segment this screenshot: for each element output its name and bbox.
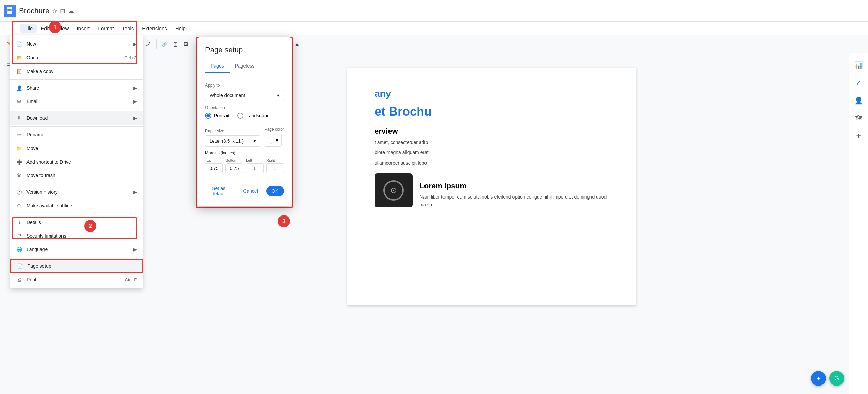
menu-item-make-copy[interactable]: 📋 Make a copy — [10, 64, 143, 78]
cloud-icon[interactable]: ☁ — [68, 7, 74, 15]
menu-file[interactable]: File — [20, 24, 37, 33]
apply-to-label: Apply to — [205, 83, 284, 88]
image-button[interactable]: 🖼 — [181, 40, 191, 48]
email-label: Email — [26, 99, 129, 104]
menu-edit[interactable]: Edit — [37, 24, 54, 33]
menu-item-details[interactable]: ℹ Details — [10, 215, 143, 229]
paper-size-chevron: ▾ — [254, 138, 256, 144]
right-input[interactable] — [266, 163, 284, 173]
set-default-button[interactable]: Set as default — [205, 183, 232, 199]
modal-body: Apply to Whole document ▾ Orientation Po… — [197, 73, 292, 179]
bottom-input[interactable] — [225, 163, 243, 173]
version-arrow: ▶ — [133, 189, 137, 195]
tab-pageless[interactable]: Pageless — [230, 60, 260, 73]
landscape-label: Landscape — [246, 113, 270, 118]
share-arrow: ▶ — [133, 85, 137, 91]
sheets-sidebar-icon[interactable]: 📊 — [852, 58, 866, 72]
svg-rect-2 — [7, 9, 12, 10]
menu-tools[interactable]: Tools — [118, 24, 138, 33]
share-icon: 👤 — [16, 85, 22, 91]
trash-icon: 🗑 — [16, 172, 22, 179]
contacts-sidebar-icon[interactable]: 👤 — [852, 94, 866, 107]
topbar: Brochure ☆ ⊟ ☁ — [0, 0, 868, 22]
lorem-title: Lorem ipsum — [419, 182, 609, 190]
tasks-sidebar-icon[interactable]: ✓ — [852, 76, 866, 90]
insert-buttons: 🔗 ∑ 🖼 — [159, 40, 191, 48]
menu-item-open[interactable]: 📂 Open Ctrl+O — [10, 51, 143, 64]
menu-insert[interactable]: Insert — [73, 24, 94, 33]
page-setup-icon: 📄 — [16, 263, 23, 269]
move-label: Move — [26, 146, 137, 151]
menu-item-move[interactable]: 📁 Move — [10, 142, 143, 155]
ok-button[interactable]: OK — [266, 186, 284, 196]
document-page[interactable]: any et Brochu erview t amet, consectetue… — [347, 68, 636, 305]
menu-item-share[interactable]: 👤 Share ▶ — [10, 81, 143, 95]
divider-5 — [10, 214, 143, 214]
star-icon[interactable]: ☆ — [52, 7, 57, 15]
apply-to-select[interactable]: Whole document ▾ — [205, 90, 284, 101]
docs-logo — [4, 5, 16, 17]
divider-4 — [10, 184, 143, 184]
paper-color-row: Paper size Letter (8.5" x 11") ▾ Page co… — [205, 123, 284, 147]
add-sidebar-icon[interactable]: + — [852, 129, 866, 143]
menu-item-download[interactable]: ⬇ Download ▶ — [10, 111, 143, 125]
paper-size-select[interactable]: Letter (8.5" x 11") ▾ — [205, 135, 260, 147]
menu-item-new[interactable]: 📄 New ▶ — [10, 37, 143, 51]
divider-1 — [10, 79, 143, 80]
landscape-radio[interactable] — [237, 113, 243, 119]
menu-item-add-shortcut[interactable]: ➕ Add shortcut to Drive — [10, 155, 143, 169]
doc-body3: ullamcorper suscipit lobo — [375, 159, 609, 167]
apply-to-value: Whole document — [210, 93, 245, 98]
version-history-label: Version history — [26, 189, 129, 195]
menu-item-security[interactable]: 🛡 Security limitations — [10, 229, 143, 243]
right-margin-field: Right — [266, 158, 284, 173]
left-input[interactable] — [246, 163, 264, 173]
link-button[interactable]: 🔗 — [159, 40, 170, 48]
tab-pages[interactable]: Pages — [205, 60, 230, 73]
document-title[interactable]: Brochure — [19, 6, 49, 15]
menu-item-version-history[interactable]: 🕐 Version history ▶ — [10, 185, 143, 199]
menu-item-email[interactable]: ✉ Email ▶ — [10, 95, 143, 108]
offline-label: Make available offline — [26, 203, 137, 208]
menu-view[interactable]: View — [54, 24, 73, 33]
grammarly-icon: G — [834, 375, 839, 382]
new-arrow: ▶ — [133, 41, 137, 47]
menu-item-rename[interactable]: ✏ Rename — [10, 128, 143, 142]
lorem-body: Nam liber tempor cum soluta nobis eleife… — [419, 193, 609, 208]
menu-item-language[interactable]: 🌐 Language ▶ — [10, 243, 143, 256]
page-color-button[interactable]: ▾ — [265, 134, 282, 147]
menu-item-print[interactable]: 🖨 Print Ctrl+P — [10, 273, 143, 286]
equation-button[interactable]: ∑ — [171, 40, 180, 48]
info-icon: ℹ — [16, 219, 22, 226]
company-text: any — [375, 88, 609, 99]
page-setup-label: Page setup — [27, 263, 137, 269]
top-input[interactable] — [205, 163, 223, 173]
divider-3 — [10, 126, 143, 127]
divider4 — [194, 39, 194, 49]
move-icon: 📁 — [16, 145, 22, 152]
portrait-option[interactable]: Portrait — [205, 113, 229, 119]
menu-item-move-trash[interactable]: 🗑 Move to trash — [10, 169, 143, 182]
shortcut-icon: ➕ — [16, 158, 22, 165]
right-sidebar: 📊 ✓ 👤 🗺 + — [849, 53, 868, 394]
folder-icon[interactable]: ⊟ — [60, 7, 65, 15]
security-label: Security limitations — [26, 233, 137, 239]
landscape-option[interactable]: Landscape — [237, 113, 270, 119]
menu-extensions[interactable]: Extensions — [138, 24, 171, 33]
grammarly-button[interactable]: G — [829, 371, 844, 386]
cancel-button[interactable]: Cancel — [238, 186, 264, 196]
menu-format[interactable]: Format — [94, 24, 118, 33]
explore-button[interactable]: ✦ — [811, 371, 826, 386]
title-icons: ☆ ⊟ ☁ — [52, 7, 74, 15]
paper-size-label: Paper size — [205, 129, 260, 133]
divider3 — [156, 39, 157, 49]
highlight-button[interactable]: 🖍 — [143, 40, 153, 48]
doc-body1: t amet, consectetuer adip — [375, 138, 609, 146]
menu-item-page-setup[interactable]: 📄 Page setup — [10, 259, 143, 273]
portrait-radio[interactable] — [205, 113, 211, 119]
menu-item-offline[interactable]: ⊙ Make available offline — [10, 199, 143, 212]
maps-sidebar-icon[interactable]: 🗺 — [852, 111, 866, 125]
menu-help[interactable]: Help — [171, 24, 190, 33]
collapse-toolbar-button[interactable]: ▲ — [292, 40, 302, 48]
portrait-label: Portrait — [214, 113, 229, 118]
